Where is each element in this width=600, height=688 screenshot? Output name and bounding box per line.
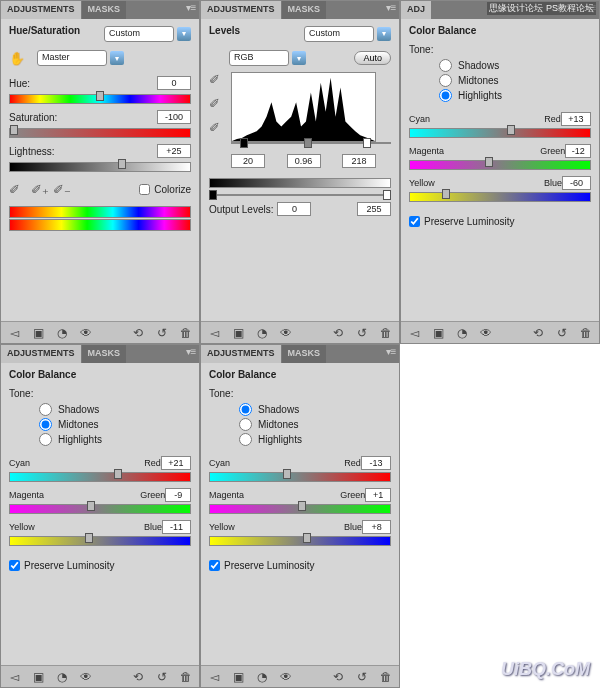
magenta-green-slider[interactable] [409,160,591,170]
channel-select[interactable]: Master [37,50,107,66]
midtones-radio[interactable] [439,74,452,87]
output-white-input[interactable]: 255 [357,202,391,216]
black-point-eyedropper-icon[interactable]: ✐ [209,72,223,86]
cyan-red-slider[interactable] [9,472,191,482]
reset-icon[interactable]: ↺ [555,326,569,340]
eyedropper-add-icon[interactable]: ✐₊ [31,182,45,196]
select-arrow-icon[interactable]: ▾ [177,27,191,41]
prev-state-icon[interactable]: ⟲ [331,670,345,684]
expand-view-icon[interactable]: ▣ [231,326,245,340]
midtones-radio[interactable] [39,418,52,431]
panel-menu-icon[interactable]: ▾≡ [184,2,198,16]
clip-layer-icon[interactable]: ◔ [55,670,69,684]
visibility-icon[interactable]: 👁 [79,326,93,340]
prev-state-icon[interactable]: ⟲ [131,326,145,340]
lightness-input[interactable]: +25 [157,144,191,158]
yellow-blue-slider[interactable] [209,536,391,546]
return-arrow-icon[interactable]: ◅ [207,326,221,340]
select-arrow-icon[interactable]: ▾ [377,27,391,41]
input-white-input[interactable]: 218 [342,154,376,168]
gray-point-eyedropper-icon[interactable]: ✐ [209,96,223,110]
input-gamma-input[interactable]: 0.96 [287,154,321,168]
trash-icon[interactable]: 🗑 [579,326,593,340]
clip-layer-icon[interactable]: ◔ [55,326,69,340]
trash-icon[interactable]: 🗑 [379,326,393,340]
panel-menu-icon[interactable]: ▾≡ [384,2,398,16]
yellow-blue-input[interactable]: +8 [362,520,391,534]
channel-select[interactable]: RGB [229,50,289,66]
yellow-blue-input[interactable]: -11 [162,520,191,534]
hue-input[interactable]: 0 [157,76,191,90]
tab-adjustments[interactable]: ADJUSTMENTS [201,1,281,19]
cyan-red-input[interactable]: -13 [361,456,391,470]
reset-icon[interactable]: ↺ [355,326,369,340]
eyedropper-icon[interactable]: ✐ [9,182,23,196]
cyan-red-input[interactable]: +21 [161,456,191,470]
preserve-luminosity-checkbox[interactable]: Preserve Luminosity [9,560,191,571]
clip-layer-icon[interactable]: ◔ [255,670,269,684]
tab-masks[interactable]: MASKS [282,345,327,363]
preset-select[interactable]: Custom [104,26,174,42]
eyedropper-sub-icon[interactable]: ✐₋ [53,182,67,196]
return-arrow-icon[interactable]: ◅ [7,670,21,684]
magenta-green-slider[interactable] [209,504,391,514]
highlights-radio[interactable] [239,433,252,446]
saturation-input[interactable]: -100 [157,110,191,124]
reset-icon[interactable]: ↺ [155,326,169,340]
saturation-slider[interactable] [9,128,191,138]
magenta-green-input[interactable]: +1 [365,488,391,502]
trash-icon[interactable]: 🗑 [179,326,193,340]
shadows-radio[interactable] [439,59,452,72]
visibility-icon[interactable]: 👁 [479,326,493,340]
hue-slider[interactable] [9,94,191,104]
magenta-green-input[interactable]: -9 [165,488,191,502]
output-levels-slider[interactable] [209,194,391,196]
expand-view-icon[interactable]: ▣ [231,670,245,684]
shadows-radio[interactable] [39,403,52,416]
trash-icon[interactable]: 🗑 [179,670,193,684]
expand-view-icon[interactable]: ▣ [31,326,45,340]
input-black-input[interactable]: 20 [231,154,265,168]
reset-icon[interactable]: ↺ [355,670,369,684]
preserve-luminosity-checkbox[interactable]: Preserve Luminosity [209,560,391,571]
targeted-adjust-icon[interactable]: ✋ [9,51,23,65]
output-black-input[interactable]: 0 [277,202,311,216]
clip-layer-icon[interactable]: ◔ [455,326,469,340]
visibility-icon[interactable]: 👁 [279,670,293,684]
clip-layer-icon[interactable]: ◔ [255,326,269,340]
tab-adjustments[interactable]: ADJUSTMENTS [201,345,281,363]
magenta-green-slider[interactable] [9,504,191,514]
input-levels-slider[interactable] [231,142,391,144]
visibility-icon[interactable]: 👁 [279,326,293,340]
cyan-red-input[interactable]: +13 [561,112,591,126]
return-arrow-icon[interactable]: ◅ [7,326,21,340]
expand-view-icon[interactable]: ▣ [31,670,45,684]
panel-menu-icon[interactable]: ▾≡ [384,346,398,360]
tab-masks[interactable]: MASKS [82,345,127,363]
tab-adjustments[interactable]: ADJUSTMENTS [1,1,81,19]
preserve-luminosity-checkbox[interactable]: Preserve Luminosity [409,216,591,227]
auto-button[interactable]: Auto [354,51,391,65]
highlights-radio[interactable] [439,89,452,102]
preset-select[interactable]: Custom [304,26,374,42]
output-gradient[interactable] [209,178,391,188]
expand-view-icon[interactable]: ▣ [431,326,445,340]
select-arrow-icon[interactable]: ▾ [292,51,306,65]
white-point-eyedropper-icon[interactable]: ✐ [209,120,223,134]
return-arrow-icon[interactable]: ◅ [407,326,421,340]
visibility-icon[interactable]: 👁 [79,670,93,684]
midtones-radio[interactable] [239,418,252,431]
cyan-red-slider[interactable] [409,128,591,138]
prev-state-icon[interactable]: ⟲ [331,326,345,340]
return-arrow-icon[interactable]: ◅ [207,670,221,684]
prev-state-icon[interactable]: ⟲ [131,670,145,684]
colorize-checkbox[interactable]: Colorize [139,184,191,195]
panel-menu-icon[interactable]: ▾≡ [184,346,198,360]
yellow-blue-slider[interactable] [409,192,591,202]
prev-state-icon[interactable]: ⟲ [531,326,545,340]
yellow-blue-input[interactable]: -60 [562,176,591,190]
tab-adjustments[interactable]: ADJUSTMENTS [1,345,81,363]
yellow-blue-slider[interactable] [9,536,191,546]
magenta-green-input[interactable]: -12 [565,144,591,158]
panel-menu-icon[interactable]: ▾≡ [584,2,598,16]
